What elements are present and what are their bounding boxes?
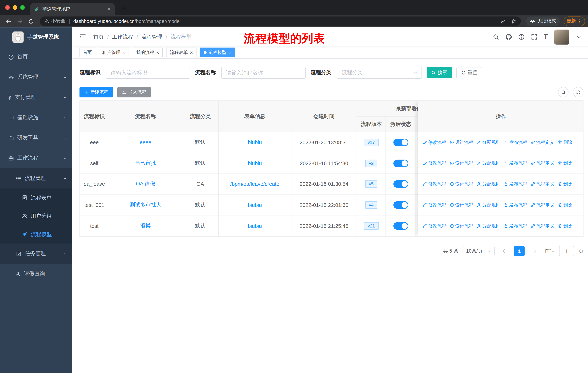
window-zoom-button[interactable] [20,5,25,10]
publish-process-link[interactable]: 发布流程 [504,223,527,229]
form-info-link[interactable]: biubiu [248,160,262,166]
window-close-button[interactable] [5,5,10,10]
page-size-select[interactable]: 10条/页 [463,246,495,256]
sidebar-item-devtools[interactable]: 研发工具 [0,128,72,148]
user-avatar[interactable] [554,30,569,44]
fullscreen-icon[interactable] [531,34,537,40]
design-process-link[interactable]: 设计流程 [450,202,473,208]
assign-rule-link[interactable]: 分配规则 [477,139,500,146]
form-info-link[interactable]: /bpm/oa/leave/create [230,181,279,187]
tag-close-icon[interactable] [156,51,159,54]
tab-close-icon[interactable] [107,7,111,11]
breadcrumb-item[interactable]: 流程管理 [141,33,162,40]
process-definition-link[interactable]: 流程定义 [531,160,554,166]
edit-process-link[interactable]: 修改流程 [423,160,446,166]
active-toggle[interactable] [393,222,408,230]
delete-link[interactable]: 删除 [557,139,572,146]
active-toggle[interactable] [393,201,408,209]
breadcrumb-item[interactable]: 首页 [93,33,104,40]
publish-process-link[interactable]: 发布流程 [504,160,527,166]
address-bar[interactable]: 不安全 dashboard.yudao.iocoder.cn /bpm/mana… [40,17,521,26]
design-process-link[interactable]: 设计流程 [450,223,473,229]
process-definition-link[interactable]: 流程定义 [531,202,554,208]
process-definition-link[interactable]: 流程定义 [531,223,554,229]
form-info-link[interactable]: biubiu [248,223,262,229]
sidebar-item-process-model[interactable]: 流程模型 [0,225,72,243]
breadcrumb-item[interactable]: 工作流程 [112,33,133,40]
sidebar-item-leave-query[interactable]: 请假查询 [0,264,72,284]
edit-process-link[interactable]: 修改流程 [423,139,446,146]
tag-close-icon[interactable] [122,51,126,54]
delete-link[interactable]: 删除 [557,223,572,229]
process-category-select[interactable]: 流程分类 [337,67,422,79]
active-toggle[interactable] [393,139,408,146]
window-minimize-button[interactable] [13,5,17,10]
sidebar-item-workflow[interactable]: 工作流程 [0,148,72,168]
font-size-icon[interactable]: T [544,33,548,40]
create-process-button[interactable]: 新建流程 [79,87,113,97]
reload-button[interactable] [26,16,37,26]
bookmark-star-icon[interactable] [511,19,516,24]
sidebar-item-infrastructure[interactable]: 基础设施 [0,107,72,128]
search-icon[interactable] [493,34,499,40]
github-icon[interactable] [506,34,512,40]
next-page-button[interactable] [530,246,539,256]
prev-page-button[interactable] [499,246,509,256]
edit-process-link[interactable]: 修改流程 [423,202,446,208]
process-definition-link[interactable]: 流程定义 [531,139,554,146]
assign-rule-link[interactable]: 分配规则 [477,181,500,187]
new-tab-button[interactable] [120,4,127,12]
delete-link[interactable]: 删除 [557,160,572,166]
model-name-link[interactable]: OA 请假 [136,181,155,188]
sidebar-item-payment[interactable]: ¥ 支付管理 [0,87,72,107]
process-name-input[interactable] [221,67,306,79]
edit-process-link[interactable]: 修改流程 [423,223,446,229]
sidebar-item-task-management[interactable]: 任务管理 [0,243,72,264]
tag-process-model[interactable]: 流程模型 [200,48,235,57]
forward-button[interactable] [14,16,26,26]
edit-process-link[interactable]: 修改流程 [423,181,446,187]
process-id-input[interactable] [106,67,190,79]
sidebar-collapse-button[interactable] [78,32,87,42]
sidebar-item-system[interactable]: 系统管理 [0,67,72,87]
page-1-button[interactable]: 1 [514,246,525,256]
delete-link[interactable]: 删除 [557,202,572,208]
assign-rule-link[interactable]: 分配规则 [477,223,500,229]
form-info-link[interactable]: biubiu [248,202,262,208]
assign-rule-link[interactable]: 分配规则 [477,160,500,166]
design-process-link[interactable]: 设计流程 [450,181,473,187]
tag-tenant-management[interactable]: 租户管理 [99,48,129,57]
search-button[interactable]: 搜索 [427,67,452,78]
active-toggle[interactable] [393,160,408,167]
delete-link[interactable]: 删除 [557,181,572,187]
help-icon[interactable] [518,34,525,40]
sidebar-item-process-management[interactable]: 流程管理 [0,168,72,189]
refresh-table-button[interactable] [573,87,584,97]
design-process-link[interactable]: 设计流程 [450,160,473,166]
active-toggle[interactable] [393,181,408,188]
model-name-link[interactable]: eeee [140,140,151,146]
publish-process-link[interactable]: 发布流程 [504,139,527,146]
sidebar-item-process-form[interactable]: 流程表单 [0,189,72,207]
model-name-link[interactable]: 自己审批 [135,160,156,167]
sidebar-item-user-group[interactable]: 用户分组 [0,207,72,225]
back-button[interactable] [3,16,14,26]
model-name-link[interactable]: 滔博 [140,222,151,229]
assign-rule-link[interactable]: 分配规则 [477,202,500,208]
password-manager-icon[interactable] [501,19,506,24]
sidebar-item-home[interactable]: 首页 [0,47,72,67]
browser-update-button[interactable]: 更新 [564,16,585,26]
form-info-link[interactable]: biubiu [248,140,262,146]
process-definition-link[interactable]: 流程定义 [531,181,554,187]
browser-tab[interactable]: 芋道管理系统 [30,3,115,15]
tag-close-icon[interactable] [228,51,232,54]
design-process-link[interactable]: 设计流程 [450,139,473,146]
publish-process-link[interactable]: 发布流程 [504,202,527,208]
tag-close-icon[interactable] [190,51,193,54]
tag-my-process[interactable]: 我的流程 [133,48,163,57]
tag-process-form[interactable]: 流程表单 [166,48,197,57]
reset-button[interactable]: 重置 [456,67,482,78]
goto-page-input[interactable] [559,246,574,256]
tag-home[interactable]: 首页 [79,48,95,57]
model-name-link[interactable]: 测试多审批人 [130,202,161,208]
